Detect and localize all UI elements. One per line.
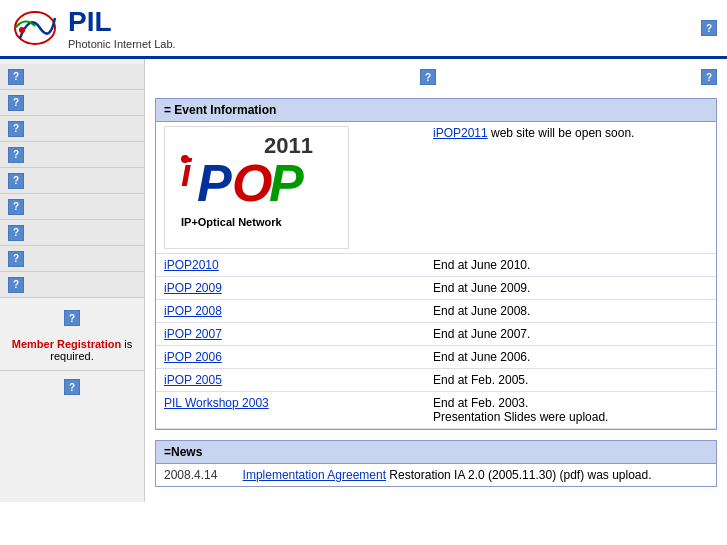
event-link-1[interactable]: iPOP 2009: [164, 281, 222, 295]
event-row-0: iPOP2010 End at June 2010.: [156, 254, 716, 277]
logo-area: PIL Photonic Internet Lab.: [10, 6, 176, 50]
event-row-3: iPOP 2007 End at June 2007.: [156, 323, 716, 346]
event-status-0: End at June 2010.: [425, 254, 716, 277]
event-status-3: End at June 2007.: [425, 323, 716, 346]
news-row-0: 2008.4.14 Implementation Agreement Resto…: [156, 464, 716, 486]
page-layout: ? ? ? ? ? ? ? ? ? ? Member Registr: [0, 59, 727, 502]
svg-text:P: P: [269, 154, 304, 212]
sidebar-icon-3: ?: [8, 121, 24, 137]
event-link-6[interactable]: PIL Workshop 2003: [164, 396, 269, 410]
event-section-header: = Event Information: [156, 99, 716, 122]
sidebar: ? ? ? ? ? ? ? ? ? ? Member Registr: [0, 59, 145, 502]
event-row-1: iPOP 2009 End at June 2009.: [156, 277, 716, 300]
ipop2011-row: 2011 i P O P: [156, 122, 716, 254]
sidebar-icon-8: ?: [8, 251, 24, 267]
event-status-4: End at June 2006.: [425, 346, 716, 369]
main-content: ? ? = Event Information 2011: [145, 59, 727, 502]
sidebar-item-4[interactable]: ?: [0, 142, 144, 168]
news-section-header: =News: [156, 441, 716, 464]
ipop-logo-wrapper: 2011 i P O P: [164, 126, 349, 249]
member-registration-link[interactable]: Member Registration: [12, 338, 121, 350]
event-header-text: = Event Information: [164, 103, 276, 117]
event-link-4[interactable]: iPOP 2006: [164, 350, 222, 364]
event-status-2: End at June 2008.: [425, 300, 716, 323]
sidebar-icon-4: ?: [8, 147, 24, 163]
sidebar-icon-9: ?: [8, 277, 24, 293]
svg-text:IP+Optical Network: IP+Optical Network: [181, 216, 282, 228]
event-link-0[interactable]: iPOP2010: [164, 258, 219, 272]
sidebar-icon-7: ?: [8, 225, 24, 241]
svg-point-7: [181, 155, 189, 163]
news-date-0: 2008.4.14: [156, 464, 235, 486]
top-right-help[interactable]: ?: [701, 69, 717, 85]
event-link-5[interactable]: iPOP 2005: [164, 373, 222, 387]
event-status-1: End at June 2009.: [425, 277, 716, 300]
pil-subtitle: Photonic Internet Lab.: [68, 38, 176, 50]
news-content-0: Implementation Agreement Restoration IA …: [235, 464, 716, 486]
header-help-button[interactable]: ?: [701, 20, 717, 36]
ipop2011-desc: web site will be open soon.: [488, 126, 635, 140]
event-table: 2011 i P O P: [156, 122, 716, 429]
ipop2011-info: iPOP2011 web site will be open soon.: [425, 122, 716, 254]
sidebar-item-7[interactable]: ?: [0, 220, 144, 246]
ipop-logo: 2011 i P O P: [169, 131, 344, 241]
sidebar-item-6[interactable]: ?: [0, 194, 144, 220]
event-link-2[interactable]: iPOP 2008: [164, 304, 222, 318]
sidebar-bottom-help: ?: [0, 371, 144, 403]
event-row-2: iPOP 2008 End at June 2008.: [156, 300, 716, 323]
news-text-0: Restoration IA 2.0 (2005.11.30) (pdf) wa…: [389, 468, 651, 482]
event-row-6: PIL Workshop 2003 End at Feb. 2003.Prese…: [156, 392, 716, 429]
top-nav-center: ?: [420, 69, 436, 85]
svg-text:P: P: [197, 154, 232, 212]
event-status-5: End at Feb. 2005.: [425, 369, 716, 392]
top-nav-right: ?: [701, 69, 717, 85]
header: PIL Photonic Internet Lab. ?: [0, 0, 727, 59]
sidebar-icon-1: ?: [8, 69, 24, 85]
sidebar-item-3[interactable]: ?: [0, 116, 144, 142]
news-section: =News 2008.4.14 Implementation Agreement…: [155, 440, 717, 487]
pil-logo-svg: [10, 8, 60, 48]
event-row-5: iPOP 2005 End at Feb. 2005.: [156, 369, 716, 392]
sidebar-icon-5: ?: [8, 173, 24, 189]
news-header-text: =News: [164, 445, 202, 459]
sidebar-icon-2: ?: [8, 95, 24, 111]
sidebar-bottom-help-icon[interactable]: ?: [64, 379, 80, 395]
top-center-help[interactable]: ?: [420, 69, 436, 85]
ipop2011-link[interactable]: iPOP2011: [433, 126, 488, 140]
pil-brand: PIL: [68, 6, 176, 38]
sidebar-help-icon[interactable]: ?: [64, 310, 80, 326]
sidebar-member-section: Member Registration is required.: [0, 330, 144, 371]
event-row-4: iPOP 2006 End at June 2006.: [156, 346, 716, 369]
svg-text:O: O: [232, 154, 272, 212]
sidebar-item-2[interactable]: ?: [0, 90, 144, 116]
event-section: = Event Information 2011 i: [155, 98, 717, 430]
event-link-3[interactable]: iPOP 2007: [164, 327, 222, 341]
news-table: 2008.4.14 Implementation Agreement Resto…: [156, 464, 716, 486]
sidebar-item-5[interactable]: ?: [0, 168, 144, 194]
svg-point-1: [19, 27, 25, 33]
pil-logo-icon: [10, 8, 60, 48]
event-status-6: End at Feb. 2003.Presentation Slides wer…: [425, 392, 716, 429]
sidebar-item-1[interactable]: ?: [0, 64, 144, 90]
top-navigation: ? ?: [155, 64, 717, 90]
news-link-0[interactable]: Implementation Agreement: [243, 468, 386, 482]
ipop2011-logo-cell: 2011 i P O P: [156, 122, 425, 254]
logo-text-group: PIL Photonic Internet Lab.: [68, 6, 176, 50]
sidebar-item-8[interactable]: ?: [0, 246, 144, 272]
sidebar-icon-6: ?: [8, 199, 24, 215]
sidebar-item-9[interactable]: ?: [0, 272, 144, 298]
